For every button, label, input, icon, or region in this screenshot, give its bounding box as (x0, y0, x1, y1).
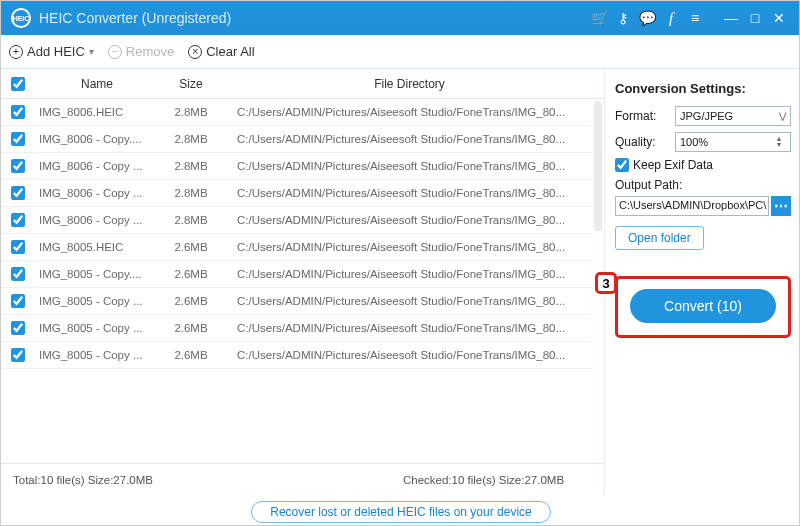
key-icon[interactable]: ⚷ (611, 6, 635, 30)
menu-icon[interactable]: ≡ (683, 6, 707, 30)
app-logo: HEIC (11, 8, 31, 28)
browse-button[interactable]: ⋯ (771, 196, 791, 216)
add-heic-button[interactable]: + Add HEIC ▾ (9, 44, 94, 59)
row-size: 2.8MB (155, 214, 227, 226)
row-name: IMG_8006.HEIC (35, 106, 155, 118)
close-button[interactable]: ✕ (767, 6, 791, 30)
status-total: Total:10 file(s) Size:27.0MB (13, 474, 153, 486)
quality-select[interactable]: 100% ▲▼ (675, 132, 791, 152)
step-badge: 3 (595, 272, 617, 294)
row-size: 2.6MB (155, 241, 227, 253)
col-name[interactable]: Name (35, 77, 155, 91)
format-value: JPG/JPEG (680, 110, 733, 122)
scroll-thumb[interactable] (594, 101, 602, 231)
row-dir: C:/Users/ADMIN/Pictures/Aiseesoft Studio… (227, 349, 592, 361)
row-checkbox[interactable] (11, 348, 25, 362)
list-body: IMG_8006.HEIC2.8MBC:/Users/ADMIN/Picture… (1, 99, 604, 463)
row-checkbox[interactable] (11, 159, 25, 173)
row-dir: C:/Users/ADMIN/Pictures/Aiseesoft Studio… (227, 133, 592, 145)
row-checkbox[interactable] (11, 105, 25, 119)
open-folder-button[interactable]: Open folder (615, 226, 704, 250)
table-row[interactable]: IMG_8006.HEIC2.8MBC:/Users/ADMIN/Picture… (1, 99, 604, 126)
row-dir: C:/Users/ADMIN/Pictures/Aiseesoft Studio… (227, 187, 592, 199)
row-dir: C:/Users/ADMIN/Pictures/Aiseesoft Studio… (227, 160, 592, 172)
bottom-bar: Recover lost or deleted HEIC files on yo… (1, 501, 800, 523)
row-dir: C:/Users/ADMIN/Pictures/Aiseesoft Studio… (227, 106, 592, 118)
titlebar: HEIC HEIC Converter (Unregistered) 🛒 ⚷ 💬… (1, 1, 800, 35)
row-name: IMG_8005 - Copy ... (35, 295, 155, 307)
remove-button[interactable]: − Remove (108, 44, 174, 59)
row-dir: C:/Users/ADMIN/Pictures/Aiseesoft Studio… (227, 214, 592, 226)
table-row[interactable]: IMG_8006 - Copy ...2.8MBC:/Users/ADMIN/P… (1, 153, 604, 180)
row-size: 2.6MB (155, 322, 227, 334)
clear-all-button[interactable]: × Clear All (188, 44, 254, 59)
table-row[interactable]: IMG_8006 - Copy ...2.8MBC:/Users/ADMIN/P… (1, 180, 604, 207)
step-highlight: Convert (10) (615, 276, 791, 338)
list-header: Name Size File Directory (1, 69, 604, 99)
main: Name Size File Directory IMG_8006.HEIC2.… (1, 69, 800, 495)
row-size: 2.6MB (155, 295, 227, 307)
row-dir: C:/Users/ADMIN/Pictures/Aiseesoft Studio… (227, 295, 592, 307)
row-checkbox[interactable] (11, 240, 25, 254)
row-name: IMG_8006 - Copy ... (35, 160, 155, 172)
facebook-icon[interactable]: f (659, 6, 683, 30)
row-checkbox[interactable] (11, 213, 25, 227)
minus-icon: − (108, 45, 122, 59)
col-dir[interactable]: File Directory (227, 77, 592, 91)
row-checkbox[interactable] (11, 294, 25, 308)
file-list: Name Size File Directory IMG_8006.HEIC2.… (1, 69, 605, 495)
row-size: 2.6MB (155, 349, 227, 361)
col-size[interactable]: Size (155, 77, 227, 91)
keep-exif-checkbox[interactable] (615, 158, 629, 172)
spinner-icon: ▲▼ (772, 136, 786, 148)
row-name: IMG_8006 - Copy ... (35, 214, 155, 226)
quality-value: 100% (680, 136, 708, 148)
output-path-field[interactable]: C:\Users\ADMIN\Dropbox\PC\ (615, 196, 769, 216)
settings-panel: Conversion Settings: Format: JPG/JPEG ⋁ … (605, 69, 800, 495)
plus-icon: + (9, 45, 23, 59)
convert-button[interactable]: Convert (10) (630, 289, 776, 323)
minimize-button[interactable]: — (719, 6, 743, 30)
table-row[interactable]: IMG_8005 - Copy....2.6MBC:/Users/ADMIN/P… (1, 261, 604, 288)
quality-label: Quality: (615, 135, 675, 149)
row-checkbox[interactable] (11, 267, 25, 281)
row-checkbox[interactable] (11, 321, 25, 335)
maximize-button[interactable]: □ (743, 6, 767, 30)
table-row[interactable]: IMG_8005.HEIC2.6MBC:/Users/ADMIN/Picture… (1, 234, 604, 261)
chevron-down-icon: ▾ (89, 46, 94, 57)
row-name: IMG_8005.HEIC (35, 241, 155, 253)
table-row[interactable]: IMG_8005 - Copy ...2.6MBC:/Users/ADMIN/P… (1, 342, 604, 369)
row-dir: C:/Users/ADMIN/Pictures/Aiseesoft Studio… (227, 241, 592, 253)
cart-icon[interactable]: 🛒 (587, 6, 611, 30)
row-size: 2.6MB (155, 268, 227, 280)
table-row[interactable]: IMG_8005 - Copy ...2.6MBC:/Users/ADMIN/P… (1, 315, 604, 342)
step-annotation: 3 Convert (10) (615, 276, 791, 338)
row-name: IMG_8005 - Copy.... (35, 268, 155, 280)
table-row[interactable]: IMG_8005 - Copy ...2.6MBC:/Users/ADMIN/P… (1, 288, 604, 315)
table-row[interactable]: IMG_8006 - Copy....2.8MBC:/Users/ADMIN/P… (1, 126, 604, 153)
chat-icon[interactable]: 💬 (635, 6, 659, 30)
output-path-label: Output Path: (615, 178, 791, 192)
keep-exif-label: Keep Exif Data (633, 158, 713, 172)
row-size: 2.8MB (155, 133, 227, 145)
status-checked: Checked:10 file(s) Size:27.0MB (403, 474, 564, 486)
row-dir: C:/Users/ADMIN/Pictures/Aiseesoft Studio… (227, 322, 592, 334)
row-dir: C:/Users/ADMIN/Pictures/Aiseesoft Studio… (227, 268, 592, 280)
app-title: HEIC Converter (Unregistered) (39, 10, 231, 26)
x-icon: × (188, 45, 202, 59)
row-name: IMG_8006 - Copy ... (35, 187, 155, 199)
row-name: IMG_8005 - Copy ... (35, 349, 155, 361)
format-select[interactable]: JPG/JPEG ⋁ (675, 106, 791, 126)
table-row[interactable]: IMG_8006 - Copy ...2.8MBC:/Users/ADMIN/P… (1, 207, 604, 234)
chevron-down-icon: ⋁ (779, 111, 786, 121)
format-label: Format: (615, 109, 675, 123)
row-checkbox[interactable] (11, 186, 25, 200)
select-all-checkbox[interactable] (11, 77, 25, 91)
recover-button[interactable]: Recover lost or deleted HEIC files on yo… (251, 501, 550, 523)
row-size: 2.8MB (155, 160, 227, 172)
settings-title: Conversion Settings: (615, 81, 791, 96)
add-heic-label: Add HEIC (27, 44, 85, 59)
row-name: IMG_8006 - Copy.... (35, 133, 155, 145)
row-checkbox[interactable] (11, 132, 25, 146)
remove-label: Remove (126, 44, 174, 59)
